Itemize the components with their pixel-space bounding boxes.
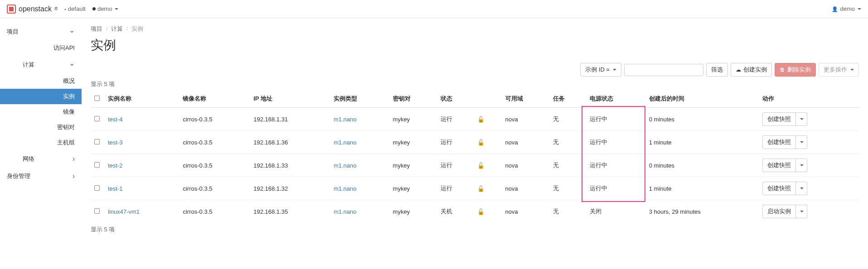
cell-age: 3 hours, 29 minutes: [645, 200, 759, 223]
cell-keypair: mykey: [389, 131, 437, 154]
row-action-dropdown[interactable]: [796, 182, 807, 195]
cell-zone: nova: [502, 154, 550, 177]
flavor-link[interactable]: m1.nano: [334, 116, 357, 123]
cell-image: cirros-0.3.5: [179, 177, 250, 200]
instance-name-link[interactable]: linux47-vm1: [108, 208, 140, 215]
cell-age: 0 minutes: [645, 108, 759, 131]
trash-icon: 🗑: [780, 67, 785, 73]
cell-task: 无: [549, 154, 586, 177]
col-image[interactable]: 镜像名称: [179, 90, 250, 108]
row-action-button[interactable]: 创建快照: [762, 182, 796, 195]
sidebar-group-project[interactable]: 项目: [0, 23, 82, 40]
row-action-button[interactable]: 创建快照: [762, 159, 796, 172]
cell-keypair: mykey: [389, 200, 437, 223]
sidebar: 项目 访问API 计算 概况 实例 镜像 密钥对 主机组 网络 身份管理: [0, 18, 82, 245]
instance-name-link[interactable]: test-2: [108, 162, 123, 169]
sidebar-item-overview[interactable]: 概况: [0, 73, 82, 89]
flavor-link[interactable]: m1.nano: [334, 162, 357, 169]
caret-down-icon: [858, 8, 861, 10]
topbar-left: openstack® default demo: [7, 5, 118, 14]
cell-zone: nova: [502, 177, 550, 200]
row-checkbox[interactable]: [94, 139, 100, 144]
cell-zone: nova: [502, 131, 550, 154]
sidebar-item-servergroups[interactable]: 主机组: [0, 135, 82, 150]
table-row: linux47-vm1cirros-0.3.5192.168.1.35m1.na…: [91, 200, 859, 223]
row-checkbox[interactable]: [94, 208, 100, 214]
cell-task: 无: [549, 131, 586, 154]
col-name[interactable]: 实例名称: [104, 90, 179, 108]
row-action-button[interactable]: 创建快照: [762, 112, 796, 126]
cell-task: 无: [549, 200, 586, 223]
item-count-bottom: 显示 5 项: [91, 226, 859, 234]
instances-table: 实例名称 镜像名称 IP 地址 实例类型 密钥对 状态 可用域 任务 电源状态 …: [91, 90, 859, 223]
sidebar-item-instances[interactable]: 实例: [0, 89, 82, 104]
row-action-button[interactable]: 启动实例: [762, 205, 796, 218]
flavor-link[interactable]: m1.nano: [334, 208, 357, 215]
flavor-link[interactable]: m1.nano: [334, 139, 357, 146]
col-ip[interactable]: IP 地址: [250, 90, 330, 108]
cell-status: 运行: [437, 108, 474, 131]
chevron-down-icon: [69, 27, 75, 36]
chevron-down-icon: [69, 60, 75, 69]
user-menu[interactable]: demo: [832, 5, 861, 12]
more-actions-button[interactable]: 更多操作: [819, 63, 859, 77]
col-status[interactable]: 状态: [437, 90, 474, 108]
sidebar-group-network[interactable]: 网络: [0, 150, 82, 168]
col-zone[interactable]: 可用域: [502, 90, 550, 108]
brand-logo[interactable]: openstack®: [7, 5, 58, 14]
cell-age: 1 minute: [645, 131, 759, 154]
sidebar-item-images[interactable]: 镜像: [0, 104, 82, 120]
domain-icon: [64, 5, 66, 12]
launch-instance-button[interactable]: ☁ 创建实例: [731, 63, 772, 77]
filter-button[interactable]: 筛选: [706, 63, 728, 77]
cell-power: 运行中: [586, 131, 645, 154]
instance-name-link[interactable]: test-3: [108, 139, 123, 146]
col-keypair[interactable]: 密钥对: [389, 90, 437, 108]
cell-ip: 192.168.1.35: [250, 200, 330, 223]
cell-ip: 192.168.1.33: [250, 154, 330, 177]
delete-label: 删除实例: [787, 66, 811, 74]
caret-down-icon: [115, 8, 118, 10]
row-checkbox[interactable]: [94, 185, 100, 191]
filter-input[interactable]: [624, 64, 703, 76]
filter-field-dropdown[interactable]: 示例 ID =: [580, 63, 621, 77]
row-action-dropdown[interactable]: [796, 112, 807, 126]
row-action-dropdown[interactable]: [796, 159, 807, 172]
sidebar-item-keypairs[interactable]: 密钥对: [0, 120, 82, 135]
cell-status: 运行: [437, 177, 474, 200]
col-flavor[interactable]: 实例类型: [330, 90, 389, 108]
instance-name-link[interactable]: test-4: [108, 116, 123, 123]
cell-status: 运行: [437, 131, 474, 154]
cell-lock: 🔓: [474, 154, 502, 177]
sidebar-label: 项目: [7, 28, 19, 36]
row-action-button[interactable]: 创建快照: [762, 135, 796, 149]
chevron-right-icon: [73, 172, 75, 180]
caret-down-icon: [800, 164, 804, 166]
instance-name-link[interactable]: test-1: [108, 185, 123, 192]
main-content: 项目 / 计算 / 实例 实例 示例 ID = 筛选 ☁ 创建实例 🗑 删除实例: [82, 18, 868, 245]
sidebar-item-api[interactable]: 访问API: [0, 40, 82, 56]
breadcrumb-compute[interactable]: 计算: [111, 25, 123, 32]
sidebar-group-compute[interactable]: 计算: [0, 56, 82, 73]
cell-ip: 192.168.1.32: [250, 177, 330, 200]
col-task[interactable]: 任务: [549, 90, 586, 108]
delete-instance-button[interactable]: 🗑 删除实例: [775, 63, 816, 77]
col-power[interactable]: 电源状态: [586, 90, 645, 108]
checkbox-all[interactable]: [94, 96, 100, 101]
project-selector[interactable]: demo: [92, 5, 119, 12]
row-action-dropdown[interactable]: [796, 135, 807, 149]
domain-selector[interactable]: default: [64, 5, 86, 12]
unlock-icon: 🔓: [477, 139, 485, 146]
unlock-icon: 🔓: [477, 162, 485, 169]
col-lock: [474, 90, 502, 108]
user-icon: [832, 5, 838, 12]
flavor-link[interactable]: m1.nano: [334, 185, 357, 192]
sidebar-group-identity[interactable]: 身份管理: [0, 168, 82, 185]
row-checkbox[interactable]: [94, 116, 100, 121]
cell-image: cirros-0.3.5: [179, 154, 250, 177]
breadcrumb-project[interactable]: 项目: [91, 25, 102, 32]
col-age[interactable]: 创建后的时间: [645, 90, 759, 108]
row-checkbox[interactable]: [94, 162, 100, 168]
project-dot-icon: [92, 7, 96, 10]
row-action-dropdown[interactable]: [796, 205, 807, 218]
